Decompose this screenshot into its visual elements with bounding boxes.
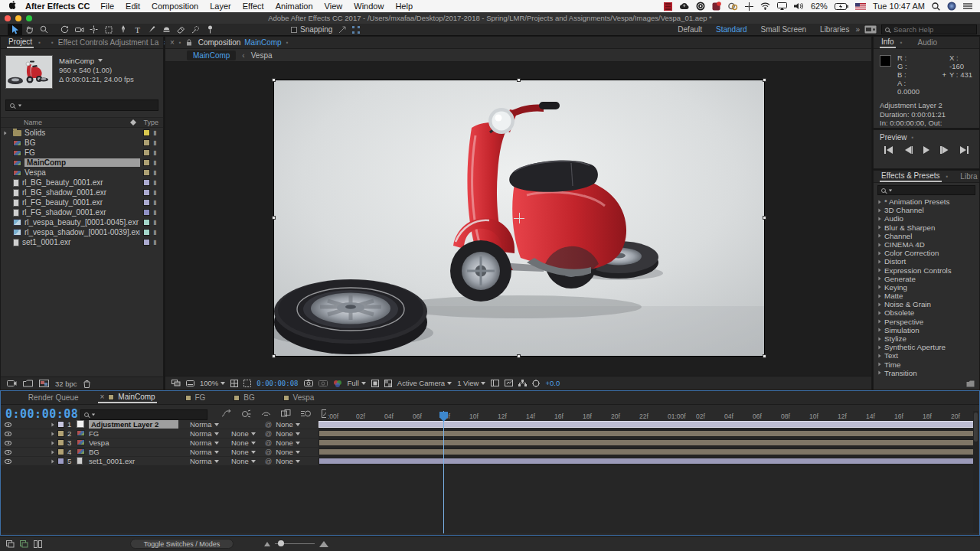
category-label[interactable]: Perspective [884,318,923,326]
shy-layers-icon[interactable] [261,409,271,418]
expand-arrow-icon[interactable] [4,132,6,135]
creative-cloud-icon[interactable] [696,2,705,11]
grid-guides-icon[interactable] [230,380,238,387]
expand-arrow-icon[interactable] [878,217,880,221]
layer-expand-arrow[interactable] [51,442,54,445]
layer-name[interactable]: set1_0001.exr [89,457,190,465]
project-search-box[interactable] [5,99,158,111]
effects-category-row[interactable]: Time [878,360,979,369]
snapping-checkbox[interactable] [291,27,297,33]
project-item-row[interactable]: rl_FG_shadow_0001.exr ▮ [1,207,163,217]
layer-visibility-toggle[interactable] [5,459,11,464]
item-name[interactable]: rl_vespa_beauty_[0001-0045].exr [24,218,140,227]
resolution-dropdown[interactable]: Full [348,379,366,387]
menubar-item[interactable]: Edit [126,2,140,11]
layer-name[interactable]: Adjustment Layer 2 [89,420,190,429]
category-label[interactable]: Keying [884,283,907,292]
roto-brush-tool[interactable] [188,24,203,35]
layer-visibility-toggle[interactable] [5,441,11,445]
effects-category-row[interactable]: Audio [878,214,979,223]
fast-preview-icon[interactable] [371,380,379,387]
workspace-button[interactable]: Default [678,25,702,34]
selection-handle[interactable] [272,354,276,358]
blend-mode-dropdown[interactable]: Norma [190,420,220,429]
project-item-row[interactable]: FG ▮ [1,148,163,158]
layer-expand-arrow[interactable] [51,432,54,436]
expand-arrow-icon[interactable] [878,328,880,332]
layer-track[interactable] [318,448,975,457]
category-label[interactable]: Matte [884,292,903,300]
item-label-color[interactable] [143,199,150,206]
timeline-search-box[interactable] [80,409,207,420]
category-label[interactable]: Time [884,360,900,369]
layer-expand-arrow[interactable] [51,451,54,455]
effects-category-row[interactable]: Perspective [878,318,979,326]
parent-pickwhip-icon[interactable]: @ [265,421,272,429]
comp-mini-flowchart-icon[interactable] [221,409,231,418]
draft-3d-icon[interactable] [241,409,251,418]
project-item-row[interactable]: Vespa ▮ [1,168,163,178]
effects-category-row[interactable]: Obsolete [878,308,979,317]
expand-arrow-icon[interactable] [878,208,880,212]
preview-title[interactable]: Preview [880,133,907,142]
layer-duration-bar[interactable] [318,439,975,446]
playhead-line[interactable] [443,411,444,533]
category-label[interactable]: * Animation Presets [884,197,950,206]
layer-expand-arrow[interactable] [51,460,54,464]
always-preview-icon[interactable] [172,380,181,386]
effects-category-row[interactable]: Channel [878,232,979,240]
expand-arrow-icon[interactable] [878,277,880,281]
magnification-icon[interactable] [186,380,194,386]
project-item-row[interactable]: MainComp ▮ [1,158,163,168]
blend-mode-dropdown[interactable]: Norma [190,439,220,447]
item-label-color[interactable] [143,219,150,226]
trash-icon[interactable] [83,380,90,388]
parent-dropdown[interactable]: None [276,420,300,429]
expand-arrow-icon[interactable] [878,234,880,238]
effects-category-row[interactable]: Transition [878,369,979,377]
notification-center-icon[interactable] [963,2,972,10]
puppet-pin-tool[interactable] [203,24,217,35]
expand-arrow-icon[interactable] [878,320,880,324]
effects-category-row[interactable]: CINEMA 4D [878,240,979,249]
effects-category-row[interactable]: Color Correction [878,249,979,257]
expand-arrow-icon[interactable] [878,226,880,230]
item-name[interactable]: MainComp [24,158,140,167]
layer-duration-bar[interactable] [318,458,975,465]
cloud-sync-icon[interactable] [679,2,689,10]
layer-label-color[interactable] [57,439,64,446]
expand-arrow-icon[interactable] [878,363,880,367]
effects-category-row[interactable]: Text [878,351,979,360]
item-label-color[interactable] [143,229,150,236]
project-item-row[interactable]: rl_vespa_beauty_[0001-0045].exr ▮ [1,217,163,227]
project-item-row[interactable]: rl_vespa_shadow_[0001-0039].exr ▮ [1,227,163,237]
blend-mode-dropdown[interactable]: Norma [190,457,220,465]
menubar-clock[interactable]: Tue 10:47 AM [873,2,925,11]
panel-menu-icon[interactable]: ▪ [38,39,41,46]
panel-menu-icon[interactable]: ▪ [946,173,949,180]
pen-tool[interactable] [116,24,130,35]
blend-mode-dropdown[interactable]: Norma [190,448,220,456]
parent-dropdown[interactable]: None [276,429,300,438]
close-tab-icon[interactable]: × [170,38,175,47]
snap-options-icon[interactable] [338,26,346,34]
menubar-item[interactable]: Layer [210,2,231,11]
category-label[interactable]: Color Correction [884,249,939,257]
blend-mode-dropdown[interactable]: Norma [190,429,220,438]
item-label-color[interactable] [143,209,150,216]
expand-transfer-controls-icon[interactable] [20,540,28,548]
item-name[interactable]: rl_BG_beauty_0001.exr [22,178,140,187]
tab-label[interactable]: BG [243,393,254,402]
mask-shape-tool[interactable] [101,24,116,35]
category-label[interactable]: Channel [884,232,913,240]
clone-stamp-tool[interactable] [159,24,174,35]
selection-handle[interactable] [272,216,276,220]
help-search-input[interactable] [893,25,970,34]
column-name[interactable]: Name [24,119,129,126]
tab-composition-name[interactable]: MainComp [244,38,281,47]
item-label-color[interactable] [143,179,150,186]
trkmat-dropdown[interactable]: None [231,457,265,465]
frameio-icon[interactable] [664,2,672,11]
layer-anchor-point[interactable] [514,213,524,223]
expand-arrow-icon[interactable] [878,337,880,341]
